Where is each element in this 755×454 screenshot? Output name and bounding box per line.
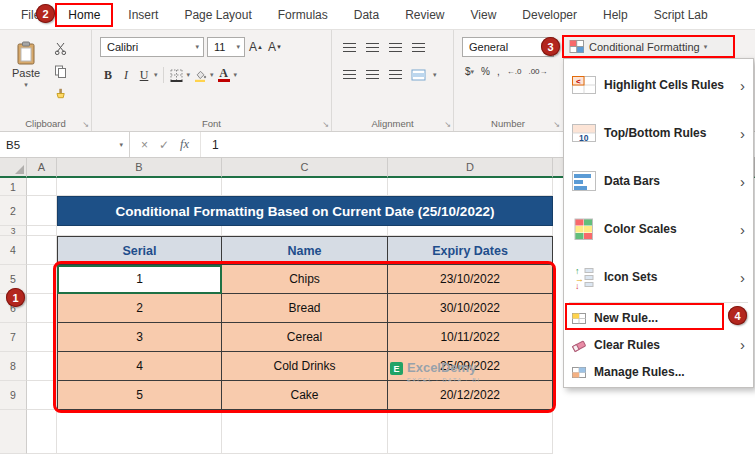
menu-item-highlight-cells-rules[interactable]: < Highlight Cells Rules › bbox=[564, 61, 753, 109]
column-header-B[interactable]: B bbox=[57, 158, 222, 178]
tab-data[interactable]: Data bbox=[341, 3, 392, 27]
tab-home[interactable]: Home bbox=[55, 3, 113, 27]
decrease-font-size-button[interactable]: A▼ bbox=[267, 38, 283, 56]
cell-A6[interactable] bbox=[27, 294, 57, 323]
cell-A3[interactable] bbox=[27, 226, 57, 236]
column-header-D[interactable]: D bbox=[388, 158, 553, 178]
font-size-select[interactable]: 11▾ bbox=[207, 37, 245, 57]
cell-C5[interactable]: Chips bbox=[222, 265, 388, 294]
tab-formulas[interactable]: Formulas bbox=[265, 3, 341, 27]
cell-C1[interactable] bbox=[222, 178, 388, 196]
cell-D-rest[interactable] bbox=[388, 410, 553, 454]
tab-review[interactable]: Review bbox=[392, 3, 457, 27]
cell-B5-active[interactable]: 1 bbox=[57, 265, 222, 294]
confirm-entry-icon[interactable]: ✓ bbox=[159, 138, 169, 152]
menu-item-new-rule[interactable]: New Rule... bbox=[564, 304, 753, 331]
cell-A1[interactable] bbox=[27, 178, 57, 196]
copy-button[interactable] bbox=[52, 62, 68, 80]
align-middle-button[interactable] bbox=[364, 39, 380, 57]
menu-item-manage-rules[interactable]: Manage Rules... bbox=[564, 358, 753, 385]
menu-item-clear-rules[interactable]: Clear Rules › bbox=[564, 331, 753, 358]
font-dialog-launcher-icon[interactable]: ↘ bbox=[322, 120, 329, 129]
cell-D1[interactable] bbox=[388, 178, 553, 196]
name-box[interactable]: B5 ▾ bbox=[0, 132, 130, 157]
cell-C-rest[interactable] bbox=[222, 410, 388, 454]
paste-button[interactable]: Paste ▾ bbox=[6, 36, 46, 110]
increase-font-size-button[interactable]: A▲ bbox=[248, 38, 264, 56]
tab-view[interactable]: View bbox=[458, 3, 510, 27]
fill-color-button[interactable] bbox=[192, 66, 208, 84]
align-bottom-button[interactable] bbox=[387, 39, 403, 57]
row-header-1[interactable]: 1 bbox=[0, 178, 27, 196]
cell-A9[interactable] bbox=[27, 381, 57, 410]
row-header-8[interactable]: 8 bbox=[0, 352, 27, 381]
cancel-entry-icon[interactable]: × bbox=[141, 138, 148, 152]
cell-C8[interactable]: Cold Drinks bbox=[222, 352, 388, 381]
formula-input[interactable]: 1 bbox=[201, 132, 219, 157]
increase-decimal-button[interactable]: ←.0 bbox=[504, 67, 525, 76]
number-dialog-launcher-icon[interactable]: ↘ bbox=[553, 120, 560, 129]
cell-A5[interactable] bbox=[27, 265, 57, 294]
row-header-9[interactable]: 9 bbox=[0, 381, 27, 410]
column-header-A[interactable]: A bbox=[27, 158, 57, 178]
table-header-name[interactable]: Name bbox=[222, 236, 388, 265]
tab-page-layout[interactable]: Page Layout bbox=[171, 3, 264, 27]
table-header-expiry-dates[interactable]: Expiry Dates bbox=[388, 236, 553, 265]
format-painter-button[interactable] bbox=[52, 85, 68, 103]
align-top-button[interactable] bbox=[341, 39, 357, 57]
menu-item-top-bottom-rules[interactable]: 10 Top/Bottom Rules › bbox=[564, 109, 753, 157]
bold-button[interactable]: B bbox=[100, 66, 116, 84]
cell-D6[interactable]: 30/10/2022 bbox=[388, 294, 553, 323]
cell-D9[interactable]: 20/12/2022 bbox=[388, 381, 553, 410]
percent-style-button[interactable]: % bbox=[478, 66, 493, 77]
table-header-serial[interactable]: Serial bbox=[57, 236, 222, 265]
clipboard-dialog-launcher-icon[interactable]: ↘ bbox=[82, 120, 89, 129]
cell-D7[interactable]: 10/11/2022 bbox=[388, 323, 553, 352]
menu-item-data-bars[interactable]: Data Bars › bbox=[564, 157, 753, 205]
cell-A2[interactable] bbox=[27, 196, 57, 226]
cell-C7[interactable]: Cereal bbox=[222, 323, 388, 352]
cell-B9[interactable]: 5 bbox=[57, 381, 222, 410]
cut-button[interactable] bbox=[52, 39, 68, 57]
cell-A8[interactable] bbox=[27, 352, 57, 381]
cell-B7[interactable]: 3 bbox=[57, 323, 222, 352]
merge-center-button[interactable] bbox=[410, 66, 426, 84]
wrap-text-button[interactable] bbox=[410, 39, 426, 57]
tab-developer[interactable]: Developer bbox=[509, 3, 590, 27]
insert-function-icon[interactable]: fx bbox=[180, 137, 189, 152]
tab-help[interactable]: Help bbox=[590, 3, 641, 27]
borders-button[interactable] bbox=[169, 66, 185, 84]
select-all-corner[interactable] bbox=[0, 158, 27, 178]
menu-item-color-scales[interactable]: Color Scales › bbox=[564, 205, 753, 253]
font-name-select[interactable]: Calibri▾ bbox=[100, 37, 204, 57]
cell-B1[interactable] bbox=[57, 178, 222, 196]
decrease-decimal-button[interactable]: .00→ bbox=[525, 67, 550, 76]
row-header-3[interactable]: 3 bbox=[0, 226, 27, 236]
accounting-format-button[interactable]: $▾ bbox=[462, 66, 477, 77]
cell-D3[interactable] bbox=[388, 226, 553, 236]
align-center-button[interactable] bbox=[364, 66, 380, 84]
row-header-4[interactable]: 4 bbox=[0, 236, 27, 265]
cell-C6[interactable]: Bread bbox=[222, 294, 388, 323]
conditional-formatting-button[interactable]: Conditional Formatting ▾ bbox=[562, 35, 735, 58]
cell-D5[interactable]: 23/10/2022 bbox=[388, 265, 553, 294]
cell-A-rest[interactable] bbox=[27, 410, 57, 454]
cell-A7[interactable] bbox=[27, 323, 57, 352]
row-header-2[interactable]: 2 bbox=[0, 196, 27, 226]
cell-A4[interactable] bbox=[27, 236, 57, 265]
cell-B3[interactable] bbox=[57, 226, 222, 236]
row-header-7[interactable]: 7 bbox=[0, 323, 27, 352]
alignment-dialog-launcher-icon[interactable]: ↘ bbox=[444, 120, 451, 129]
column-header-C[interactable]: C bbox=[222, 158, 388, 178]
menu-item-icon-sets[interactable]: ↑ → ↓ Icon Sets › bbox=[564, 253, 753, 301]
cell-B-rest[interactable] bbox=[57, 410, 222, 454]
underline-button[interactable]: U bbox=[136, 66, 152, 84]
italic-button[interactable]: I bbox=[118, 66, 134, 84]
cell-C9[interactable]: Cake bbox=[222, 381, 388, 410]
align-right-button[interactable] bbox=[387, 66, 403, 84]
tab-script-lab[interactable]: Script Lab bbox=[641, 3, 721, 27]
tab-insert[interactable]: Insert bbox=[115, 3, 171, 27]
cell-B6[interactable]: 2 bbox=[57, 294, 222, 323]
align-left-button[interactable] bbox=[341, 66, 357, 84]
font-color-button[interactable]: A bbox=[216, 66, 232, 84]
